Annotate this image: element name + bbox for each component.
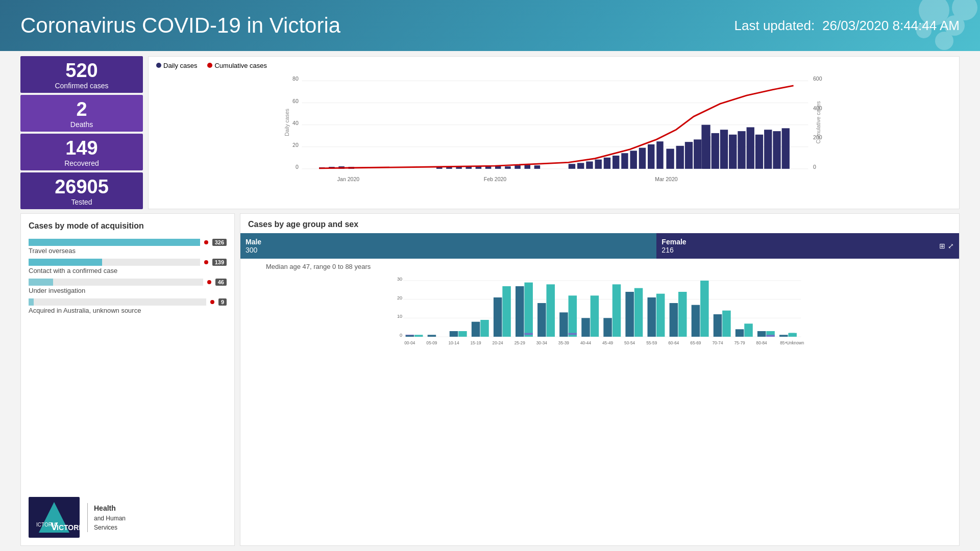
australia-bar-bg bbox=[29, 298, 206, 306]
recovered-value: 149 bbox=[65, 137, 97, 159]
daily-chart-svg: 80 60 40 20 0 600 400 200 0 Daily cases … bbox=[156, 73, 951, 191]
australia-value: 9 bbox=[218, 298, 227, 306]
tested-label: Tested bbox=[71, 198, 92, 206]
svg-rect-115 bbox=[766, 335, 775, 337]
investigation-bar-bg bbox=[29, 279, 203, 286]
svg-rect-56 bbox=[720, 130, 728, 169]
svg-rect-50 bbox=[666, 149, 674, 169]
svg-point-4 bbox=[935, 32, 953, 50]
svg-rect-60 bbox=[755, 135, 763, 169]
travel-label: Travel overseas bbox=[29, 247, 227, 255]
svg-text:00-04: 00-04 bbox=[404, 341, 415, 345]
daily-legend-label: Daily cases bbox=[163, 62, 197, 69]
contact-dot bbox=[203, 259, 209, 265]
svg-rect-42 bbox=[595, 160, 602, 169]
victoria-text: Health and Human Services bbox=[87, 503, 126, 532]
svg-text:10-14: 10-14 bbox=[448, 341, 459, 345]
svg-rect-40 bbox=[577, 163, 584, 169]
female-label: Female bbox=[662, 238, 954, 246]
svg-rect-105 bbox=[670, 303, 678, 337]
svg-text:15-19: 15-19 bbox=[471, 341, 482, 345]
svg-rect-88 bbox=[502, 286, 510, 337]
svg-rect-81 bbox=[428, 335, 436, 337]
australia-bar-fill bbox=[29, 298, 34, 306]
svg-rect-112 bbox=[744, 323, 753, 337]
svg-text:70-74: 70-74 bbox=[712, 341, 723, 345]
investigation-bar-fill bbox=[29, 279, 53, 286]
svg-rect-44 bbox=[612, 156, 619, 169]
cumulative-legend-dot bbox=[207, 63, 212, 68]
main-content: 520 Confirmed cases 2 Deaths 149 Recover… bbox=[0, 51, 980, 551]
svg-text:20-24: 20-24 bbox=[493, 341, 504, 345]
svg-rect-35 bbox=[505, 166, 511, 169]
svg-rect-61 bbox=[764, 130, 772, 169]
investigation-dot bbox=[206, 279, 212, 285]
travel-bar-bg bbox=[29, 239, 200, 246]
svg-rect-86 bbox=[480, 320, 489, 337]
svg-rect-101 bbox=[625, 292, 634, 337]
svg-rect-99 bbox=[603, 318, 612, 337]
svg-rect-109 bbox=[714, 314, 722, 337]
contact-label: Contact with a confirmed case bbox=[29, 267, 227, 274]
svg-point-0 bbox=[919, 0, 949, 26]
svg-rect-37 bbox=[525, 165, 531, 169]
svg-rect-108 bbox=[700, 281, 709, 337]
expand-icon[interactable]: ⤢ bbox=[948, 242, 954, 250]
male-bar[interactable]: Male 300 bbox=[240, 233, 656, 259]
age-sex-title: Cases by age group and sex bbox=[240, 214, 959, 233]
svg-rect-91 bbox=[524, 333, 533, 335]
svg-text:Unknown: Unknown bbox=[787, 341, 804, 345]
svg-text:65-69: 65-69 bbox=[690, 341, 701, 345]
svg-rect-38 bbox=[534, 165, 541, 169]
svg-rect-64 bbox=[701, 125, 710, 169]
svg-rect-32 bbox=[476, 167, 482, 169]
svg-rect-52 bbox=[685, 142, 693, 169]
svg-rect-103 bbox=[648, 297, 656, 337]
australia-dot bbox=[209, 299, 215, 305]
female-bar[interactable]: Female 216 ⊞ ⤢ bbox=[656, 233, 959, 259]
acquisition-panel: Cases by mode of acquisition 326 Travel … bbox=[20, 213, 235, 546]
svg-rect-57 bbox=[729, 135, 737, 169]
svg-text:80: 80 bbox=[292, 76, 299, 82]
acq-investigation-item: 46 Under investigation bbox=[29, 279, 227, 294]
svg-rect-98 bbox=[591, 295, 599, 337]
svg-rect-107 bbox=[692, 305, 700, 337]
svg-text:80-84: 80-84 bbox=[756, 341, 768, 345]
svg-point-2 bbox=[916, 23, 932, 38]
recovered-label: Recovered bbox=[64, 159, 99, 167]
svg-text:ICTORIA: ICTORIA bbox=[57, 523, 80, 532]
svg-text:Cumulative cases: Cumulative cases bbox=[815, 101, 821, 143]
svg-rect-79 bbox=[414, 335, 423, 337]
deaths-label: Deaths bbox=[70, 120, 93, 129]
contact-bar-bg bbox=[29, 259, 200, 266]
svg-rect-55 bbox=[712, 133, 719, 169]
bottom-row: Cases by mode of acquisition 326 Travel … bbox=[20, 213, 960, 546]
svg-rect-102 bbox=[634, 288, 643, 337]
svg-rect-85 bbox=[472, 322, 480, 337]
tested-card: 26905 Tested bbox=[20, 172, 143, 209]
svg-rect-59 bbox=[747, 127, 754, 168]
confirmed-cases-card: 520 Confirmed cases bbox=[20, 56, 143, 93]
svg-rect-116 bbox=[779, 335, 788, 337]
svg-text:40: 40 bbox=[292, 120, 299, 126]
svg-text:50-54: 50-54 bbox=[624, 341, 635, 345]
acq-travel-item: 326 Travel overseas bbox=[29, 239, 227, 255]
svg-text:55-59: 55-59 bbox=[646, 341, 657, 345]
svg-text:25-29: 25-29 bbox=[514, 341, 526, 345]
svg-rect-89 bbox=[516, 286, 524, 337]
cumulative-legend-label: Cumulative cases bbox=[214, 62, 267, 69]
svg-rect-106 bbox=[678, 292, 687, 337]
stats-column: 520 Confirmed cases 2 Deaths 149 Recover… bbox=[20, 56, 143, 209]
svg-rect-41 bbox=[586, 162, 593, 169]
female-count: 216 bbox=[662, 246, 954, 254]
svg-rect-84 bbox=[458, 331, 467, 337]
australia-label: Acquired in Australia, unknown source bbox=[29, 307, 227, 314]
investigation-value: 46 bbox=[215, 279, 227, 286]
svg-rect-118 bbox=[789, 333, 795, 337]
svg-rect-58 bbox=[738, 131, 745, 169]
svg-text:45-49: 45-49 bbox=[602, 341, 614, 345]
filter-icon[interactable]: ⊞ bbox=[939, 242, 945, 250]
svg-rect-97 bbox=[581, 318, 590, 337]
acquisition-title: Cases by mode of acquisition bbox=[29, 221, 227, 231]
filter-icons: ⊞ ⤢ bbox=[939, 242, 954, 250]
